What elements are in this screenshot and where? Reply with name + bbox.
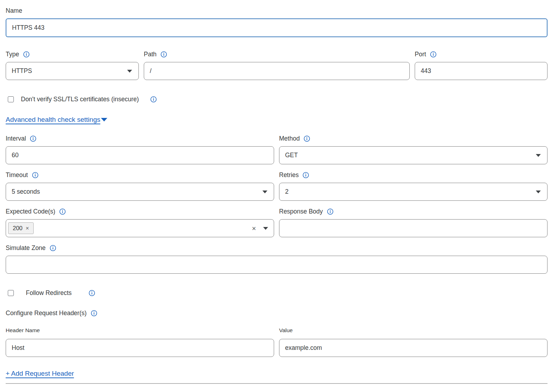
interval-field: Interval xyxy=(6,134,274,164)
expected-code-tag: 200 × xyxy=(8,222,34,234)
request-headers-section-label: Configure Request Header(s) xyxy=(6,309,87,317)
chevron-down-icon[interactable] xyxy=(263,227,268,230)
response-body-label: Response Body xyxy=(279,207,323,216)
ssl-verify-row: Don't verify SSL/TLS certificates (insec… xyxy=(6,96,548,103)
request-header-row: Header Name Value xyxy=(6,326,548,357)
response-body-info-icon[interactable] xyxy=(327,208,334,215)
timeout-field: Timeout 5 seconds xyxy=(6,171,274,201)
header-name-column-label: Header Name xyxy=(6,326,40,335)
request-headers-section: Configure Request Header(s) xyxy=(6,309,548,317)
ssl-verify-info-icon[interactable] xyxy=(150,96,157,103)
request-headers-info-icon[interactable] xyxy=(91,310,97,317)
expected-codes-label: Expected Code(s) xyxy=(6,207,55,216)
retries-label: Retries xyxy=(279,171,299,179)
simulate-zone-info-icon[interactable] xyxy=(50,245,56,251)
method-label: Method xyxy=(279,134,300,143)
ssl-verify-label: Don't verify SSL/TLS certificates (insec… xyxy=(21,96,139,103)
advanced-settings-grid: Interval Method GET Timeout xyxy=(6,134,548,237)
simulate-zone-label: Simulate Zone xyxy=(6,244,46,252)
name-field: Name xyxy=(6,6,548,37)
chevron-down-icon xyxy=(536,154,541,157)
type-path-port-row: Type HTTPS Path Port xyxy=(6,50,548,80)
timeout-select-value: 5 seconds xyxy=(12,188,40,195)
port-info-icon[interactable] xyxy=(430,51,437,58)
retries-select[interactable]: 2 xyxy=(279,183,548,201)
chevron-down-icon xyxy=(262,191,267,193)
add-request-header-label: + Add Request Header xyxy=(6,370,74,377)
caret-down-icon xyxy=(101,118,107,121)
port-input[interactable] xyxy=(415,62,548,80)
header-value-column-label: Value xyxy=(279,326,293,335)
type-select-value: HTTPS xyxy=(12,67,32,75)
response-body-input[interactable] xyxy=(279,219,548,237)
follow-redirects-label: Follow Redirects xyxy=(26,289,72,297)
add-request-header-link[interactable]: + Add Request Header xyxy=(6,370,74,377)
follow-redirects-row: Follow Redirects xyxy=(6,289,548,297)
retries-select-value: 2 xyxy=(285,188,289,195)
header-value-field: Value xyxy=(279,326,548,357)
method-info-icon[interactable] xyxy=(303,135,310,142)
advanced-settings-link-label: Advanced health check settings xyxy=(6,116,100,124)
section-divider xyxy=(6,383,548,384)
path-info-icon[interactable] xyxy=(160,51,167,58)
chevron-down-icon xyxy=(536,191,541,193)
chevron-down-icon xyxy=(127,70,132,73)
retries-info-icon[interactable] xyxy=(302,172,309,178)
expected-codes-multiselect[interactable]: 200 × × xyxy=(6,219,274,237)
remove-tag-icon[interactable]: × xyxy=(26,226,29,231)
method-select-value: GET xyxy=(285,152,298,159)
name-label: Name xyxy=(6,6,22,15)
header-name-field: Header Name xyxy=(6,326,274,357)
timeout-select[interactable]: 5 seconds xyxy=(6,183,274,201)
type-info-icon[interactable] xyxy=(23,51,30,58)
expected-codes-info-icon[interactable] xyxy=(59,208,66,215)
simulate-zone-field: Simulate Zone xyxy=(6,244,548,274)
timeout-info-icon[interactable] xyxy=(32,172,39,178)
type-field: Type HTTPS xyxy=(6,50,139,80)
simulate-zone-input[interactable] xyxy=(6,256,548,274)
name-input[interactable] xyxy=(6,18,548,37)
method-select[interactable]: GET xyxy=(279,146,548,164)
ssl-verify-checkbox[interactable] xyxy=(8,96,14,102)
port-label: Port xyxy=(415,50,426,58)
interval-label: Interval xyxy=(6,134,26,143)
follow-redirects-checkbox[interactable] xyxy=(8,290,14,296)
type-label: Type xyxy=(6,50,19,58)
follow-redirects-info-icon[interactable] xyxy=(89,290,95,296)
interval-info-icon[interactable] xyxy=(30,135,36,142)
expected-code-tag-value: 200 xyxy=(13,225,23,232)
path-label: Path xyxy=(144,50,157,58)
advanced-settings-link[interactable]: Advanced health check settings xyxy=(6,116,107,124)
port-field: Port xyxy=(415,50,548,80)
header-name-input[interactable] xyxy=(6,339,274,357)
path-input[interactable] xyxy=(144,62,410,80)
timeout-label: Timeout xyxy=(6,171,28,179)
method-field: Method GET xyxy=(279,134,548,164)
response-body-field: Response Body xyxy=(279,207,548,237)
retries-field: Retries 2 xyxy=(279,171,548,201)
type-select[interactable]: HTTPS xyxy=(6,62,139,80)
header-value-input[interactable] xyxy=(279,339,548,357)
clear-all-icon[interactable]: × xyxy=(252,225,256,232)
interval-input[interactable] xyxy=(6,146,274,164)
path-field: Path xyxy=(144,50,410,80)
expected-codes-field: Expected Code(s) 200 × × xyxy=(6,207,274,237)
health-check-form: Name Type HTTPS Path xyxy=(0,0,556,384)
